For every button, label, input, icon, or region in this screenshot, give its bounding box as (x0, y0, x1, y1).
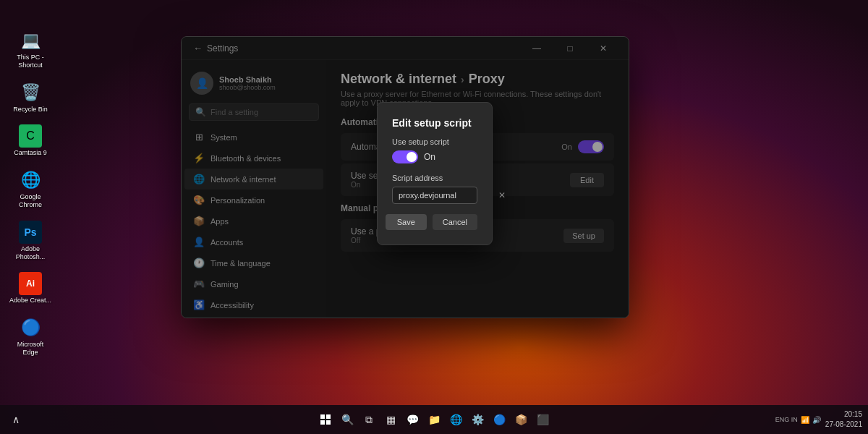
modal-toggle-state: On (424, 152, 435, 162)
edge-label: Microsoft Edge (9, 341, 52, 357)
adobe-cr-label: Adobe Creat... (9, 297, 51, 305)
script-address-input[interactable] (399, 191, 498, 200)
icon-camtasia[interactable]: C Camtasia 9 (9, 124, 52, 157)
chrome-label: Google Chrome (9, 193, 52, 209)
settings-window: ← Settings — □ ✕ 👤 Shoeb Shaikh shoob@sh… (181, 36, 629, 318)
widgets-button[interactable]: ▦ (380, 409, 401, 430)
settings-taskbar-button[interactable]: ⚙️ (467, 409, 488, 430)
svg-rect-0 (320, 414, 325, 419)
icon-recycle-bin[interactable]: 🗑️ Recycle Bin (9, 81, 52, 114)
terminal-button[interactable]: ⬛ (532, 409, 553, 430)
edit-setup-script-modal: Edit setup script Use setup script On Sc… (377, 102, 493, 245)
this-pc-label: This PC - Shortcut (9, 54, 52, 69)
icon-photoshop[interactable]: Ps Adobe Photosh... (9, 221, 52, 261)
taskbar: ∧ 🔍 ⧉ ▦ 💬 📁 🌐 ⚙️ 🔵 📦 ⬛ (0, 405, 868, 434)
taskview-button[interactable]: ⧉ (359, 409, 379, 430)
system-tray: ENG IN 📶 🔊 (775, 416, 821, 424)
edge-icon: 🔵 (19, 316, 42, 339)
modal-script-address-label: Script address (392, 174, 477, 182)
browser-button[interactable]: 🌐 (446, 409, 466, 430)
desktop: 💻 This PC - Shortcut 🗑️ Recycle Bin C Ca… (0, 0, 868, 434)
svg-rect-2 (320, 420, 325, 425)
photoshop-label: Adobe Photosh... (9, 245, 52, 261)
photoshop-icon: Ps (19, 221, 42, 244)
modal-use-setup-label: Use setup script (392, 137, 477, 146)
taskbar-left: ∧ (6, 409, 26, 430)
desktop-icons-container: 💻 This PC - Shortcut 🗑️ Recycle Bin C Ca… (9, 29, 52, 357)
start-button[interactable] (315, 409, 336, 430)
clear-input-button[interactable]: ✕ (498, 190, 506, 200)
taskbar-time-text: 20:15 (825, 409, 862, 420)
icon-adobe-cr[interactable]: Ai Adobe Creat... (9, 272, 52, 305)
chevron-up-icon[interactable]: ∧ (6, 409, 26, 430)
wifi-icon: 📶 (801, 416, 809, 424)
modal-input-row: ✕ (392, 187, 477, 204)
taskbar-clock: 20:15 27-08-2021 (825, 409, 862, 430)
taskbar-date-text: 27-08-2021 (825, 420, 862, 430)
edge-taskbar-button[interactable]: 🔵 (489, 409, 509, 430)
app-button[interactable]: 📦 (511, 409, 531, 430)
chrome-icon: 🌐 (19, 169, 42, 192)
taskbar-right: ENG IN 📶 🔊 20:15 27-08-2021 (775, 409, 862, 430)
icon-chrome[interactable]: 🌐 Google Chrome (9, 169, 52, 209)
search-taskbar-button[interactable]: 🔍 (337, 409, 357, 430)
explorer-button[interactable]: 📁 (424, 409, 444, 430)
chat-button[interactable]: 💬 (402, 409, 422, 430)
svg-rect-3 (326, 420, 331, 425)
modal-cancel-button[interactable]: Cancel (433, 214, 477, 230)
camtasia-icon: C (19, 124, 42, 148)
modal-toggle-row: On (392, 150, 477, 163)
modal-save-button[interactable]: Save (386, 214, 427, 230)
svg-rect-1 (326, 414, 331, 419)
taskbar-center: 🔍 ⧉ ▦ 💬 📁 🌐 ⚙️ 🔵 📦 ⬛ (315, 409, 553, 430)
camtasia-label: Camtasia 9 (14, 149, 47, 157)
this-pc-icon: 💻 (19, 29, 42, 52)
recycle-bin-label: Recycle Bin (13, 106, 48, 114)
icon-this-pc[interactable]: 💻 This PC - Shortcut (9, 29, 52, 69)
modal-toggle[interactable] (392, 150, 418, 163)
modal-buttons: Save Cancel (392, 214, 477, 230)
adobe-cr-icon: Ai (19, 272, 42, 295)
volume-icon: 🔊 (812, 416, 821, 424)
modal-overlay: Edit setup script Use setup script On Sc… (182, 37, 629, 318)
icon-edge[interactable]: 🔵 Microsoft Edge (9, 316, 52, 357)
modal-title: Edit setup script (392, 117, 477, 129)
locale-indicator: ENG IN (775, 416, 798, 423)
recycle-bin-icon: 🗑️ (19, 81, 42, 104)
